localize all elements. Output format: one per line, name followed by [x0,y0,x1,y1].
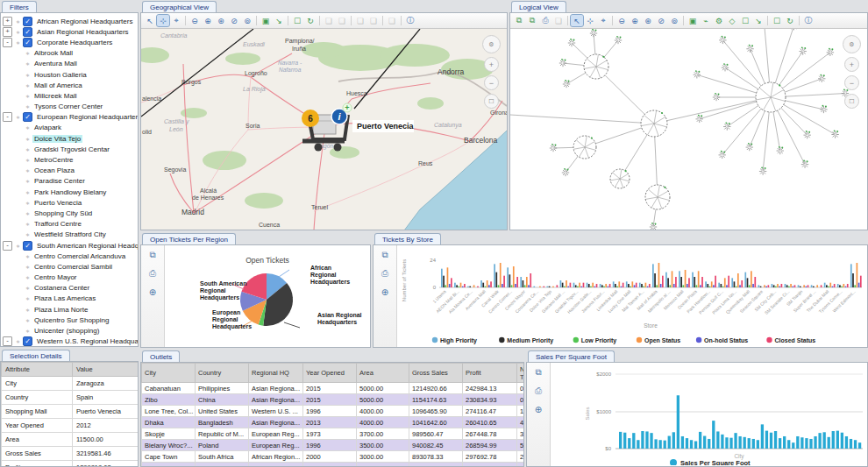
sales-bar[interactable] [787,440,790,449]
graph-leaf-node[interactable] [590,29,597,37]
ticket-bar[interactable] [500,263,502,287]
ticket-bar[interactable] [792,287,793,287]
recenter-icon[interactable]: ⌖ [597,15,609,26]
table-row[interactable]: CountrySpain [2,391,139,405]
tree-node-western-u-s-regional-headquarters[interactable]: -∗✓Western U.S. Regional Headquarters [3,336,138,347]
ticket-bar[interactable] [528,285,530,287]
print-icon[interactable]: ⎙ [539,15,551,26]
ticket-bar[interactable] [587,283,588,287]
column-header[interactable]: Number of Tickets [517,364,525,383]
ticket-bar[interactable] [579,283,580,287]
graph-zoom-in-button[interactable]: + [844,57,859,72]
ticket-bar[interactable] [834,284,836,287]
ticket-bar[interactable] [634,285,636,287]
tab-geographical-view[interactable]: Geographical View [142,1,217,12]
graph-leaf-node[interactable] [827,48,834,56]
ticket-bar[interactable] [652,264,654,287]
sales-bar[interactable] [650,433,652,449]
ticket-bar[interactable] [722,287,724,287]
ticket-bar[interactable] [488,285,490,287]
pan-icon[interactable]: ⊹ [584,15,596,26]
graph-zoom-out-button[interactable]: − [844,75,859,90]
sales-bar[interactable] [774,431,777,449]
tab-logical-view[interactable]: Logical View [511,1,566,12]
ticket-bar[interactable] [741,280,743,287]
ticket-bar[interactable] [567,287,569,287]
tree-leaf-paradise-center[interactable]: ∗Paradise Center [3,176,138,187]
tab-outlets[interactable]: Outlets [142,350,180,362]
sales-bar[interactable] [672,432,675,449]
sales-bar[interactable] [845,436,848,449]
ticket-bar[interactable] [580,287,582,287]
sales-bar[interactable] [721,435,723,449]
ticket-bar[interactable] [608,287,609,287]
sales-bar[interactable] [677,395,679,449]
sales-bar[interactable] [623,433,626,449]
sales-bar[interactable] [752,439,755,449]
checkbox-checked[interactable]: ✓ [23,112,32,122]
ticket-bar[interactable] [696,285,698,287]
checkbox-checked[interactable]: ✓ [23,241,32,251]
zoom-in-icon[interactable]: ⊕ [629,15,641,26]
ticket-bar[interactable] [731,278,733,287]
tree-leaf-centro-comercial-aricanduva[interactable]: ∗Centro Comercial Aricanduva [3,251,138,261]
ticket-bar[interactable] [847,284,849,287]
zoom-selection-icon[interactable]: ⊛ [215,15,227,26]
sales-bar[interactable] [619,432,622,449]
layout-circular-icon[interactable]: ⚙ [713,15,725,26]
fit-view-icon[interactable]: ☐ [739,15,751,26]
ticket-bar[interactable] [626,281,628,287]
ticket-bar[interactable] [692,272,694,287]
ticket-bar[interactable] [765,287,767,287]
column-header[interactable]: Gross Sales [409,364,463,383]
sales-bar[interactable] [708,439,710,449]
ticket-bar[interactable] [821,285,822,287]
ticket-bar[interactable] [781,284,783,287]
graph-leaf-node[interactable] [568,39,575,46]
ticket-bar[interactable] [709,287,711,287]
zoom-out-icon[interactable]: ⊖ [189,15,201,26]
collapse-icon[interactable]: - [3,112,12,122]
ticket-bar[interactable] [688,278,690,287]
ticket-bar[interactable] [679,271,680,287]
ticket-bar[interactable] [618,281,620,287]
graph-hub-node[interactable] [610,169,630,188]
checkbox-checked[interactable]: ✓ [23,336,32,346]
ticket-bar[interactable] [454,283,456,287]
ticket-bar[interactable] [615,284,616,287]
ticket-bar[interactable] [605,284,607,287]
graph-leaf-node[interactable] [615,36,622,44]
ticket-bar[interactable] [523,280,524,287]
map-zoom-in-button[interactable]: + [484,57,499,72]
ticket-bar[interactable] [530,273,531,287]
ticket-bar[interactable] [667,278,669,287]
table-row[interactable]: CabanatuanPhilippinesAsian Regiona...201… [142,383,525,394]
tickets-bar-chart[interactable]: Number of Tickets2401 UtamaAEON Mall Bi.… [397,245,867,347]
tree-leaf-westfield-stratford-city[interactable]: ∗Westfield Stratford City [3,230,138,240]
ticket-bar[interactable] [786,285,788,287]
ticket-bar[interactable] [447,267,449,287]
ticket-bar[interactable] [798,285,800,287]
column-header[interactable]: Regional HQ [249,364,303,383]
ticket-bar[interactable] [850,264,852,287]
graph-leaf-node[interactable] [790,29,797,30]
ticket-bar[interactable] [858,283,860,287]
ticket-bar[interactable] [758,285,760,287]
ticket-bar[interactable] [775,287,777,287]
table-row[interactable]: Year Opened2012 [2,419,139,433]
graph-leaf-node[interactable] [746,45,753,53]
ticket-bar[interactable] [705,281,707,287]
sales-bar[interactable] [694,442,697,449]
ticket-bar[interactable] [654,273,656,287]
ticket-bar[interactable] [656,285,658,287]
sales-bar[interactable] [628,438,630,449]
ticket-bar[interactable] [779,287,780,287]
export-image-icon[interactable]: ⧉ [378,249,392,261]
ticket-bar[interactable] [533,287,535,287]
ticket-bar[interactable] [520,277,522,287]
ticket-bar[interactable] [711,281,713,287]
expand-icon[interactable]: + [3,17,12,26]
export-image-icon[interactable]: ⧉ [146,249,160,261]
ticket-bar[interactable] [451,278,452,287]
map-compass[interactable]: ⚙ [482,35,501,53]
